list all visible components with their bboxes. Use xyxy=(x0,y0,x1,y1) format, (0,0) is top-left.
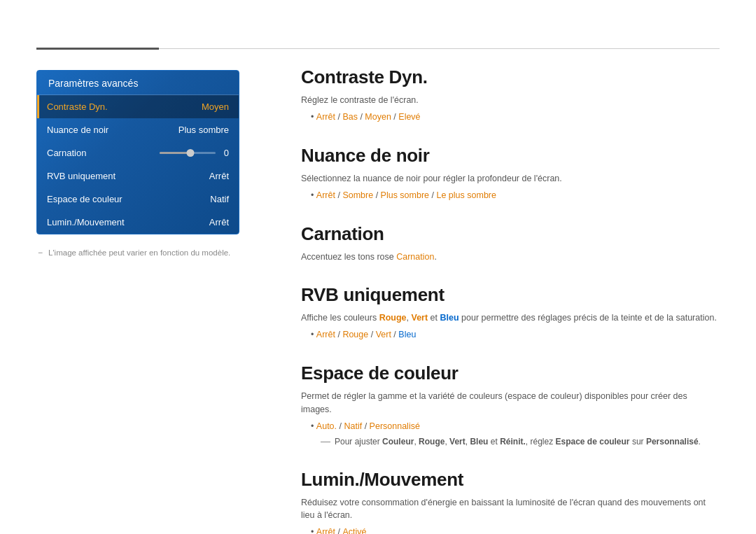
panel-carnation-label: Carnation xyxy=(47,148,86,158)
section-desc-lumin: Réduisez votre consommation d'énergie en… xyxy=(301,496,720,523)
subnote-bleu: Bleu xyxy=(470,437,488,447)
option-vert: Vert xyxy=(376,330,391,339)
option-plus-sombre: Plus sombre xyxy=(381,190,429,200)
section-title-carnation: Carnation xyxy=(301,223,720,245)
option-rouge: Rouge xyxy=(342,330,368,339)
carnation-slider-track[interactable] xyxy=(160,152,216,154)
panel-item-nuance[interactable]: Nuance de noir Plus sombre xyxy=(37,118,239,141)
section-desc-carnation: Accentuez les tons rose Carnation. xyxy=(301,251,720,264)
panel-note: − L'image affichée peut varier en foncti… xyxy=(36,247,239,258)
section-desc-contraste: Réglez le contraste de l'écran. xyxy=(301,94,720,107)
sub-note-dash-icon: — xyxy=(321,435,330,447)
right-content: Contraste Dyn. Réglez le contraste de l'… xyxy=(301,66,720,534)
section-title-rvb: RVB uniquement xyxy=(301,284,720,306)
panel-item-lumin[interactable]: Lumin./Mouvement Arrêt xyxy=(37,211,239,234)
section-contraste: Contraste Dyn. Réglez le contraste de l'… xyxy=(301,66,720,124)
section-desc-espace: Permet de régler la gamme et la variété … xyxy=(301,390,720,416)
subnote-vert: Vert xyxy=(449,437,465,447)
rvb-vert-label: Vert xyxy=(411,313,428,323)
panel-box: Paramètres avancés Contraste Dyn. Moyen … xyxy=(36,70,239,234)
section-desc-rvb: Affiche les couleurs Rouge, Vert et Bleu… xyxy=(301,311,720,325)
note-text: L'image affichée peut varier en fonction… xyxy=(48,247,230,258)
panel-item-value-espace: Natif xyxy=(210,194,229,204)
section-nuance: Nuance de noir Sélectionnez la nuance de… xyxy=(301,145,720,202)
option-eleve: Elevé xyxy=(398,112,420,122)
option-bleu: Bleu xyxy=(398,330,416,339)
top-divider xyxy=(36,48,720,50)
section-title-contraste: Contraste Dyn. xyxy=(301,66,720,88)
section-options-rvb: Arrêt / Rouge / Vert / Bleu xyxy=(311,328,720,342)
panel-item-contraste[interactable]: Contraste Dyn. Moyen xyxy=(37,95,239,118)
section-lumin: Lumin./Mouvement Réduisez votre consomma… xyxy=(301,469,720,535)
option-le-plus-sombre: Le plus sombre xyxy=(436,190,496,200)
panel-item-label-contraste: Contraste Dyn. xyxy=(47,101,108,112)
rvb-bleu-label: Bleu xyxy=(440,313,459,323)
option-arret-lumin: Arrêt xyxy=(316,527,335,534)
carnation-value: 0 xyxy=(224,148,229,158)
option-arret-nuance: Arrêt xyxy=(316,190,335,200)
option-auto: Auto. xyxy=(316,421,337,431)
subnote-espace-label: Espace de couleur xyxy=(556,437,630,447)
option-sombre: Sombre xyxy=(342,190,373,200)
subnote-perso-label: Personnalisé xyxy=(646,437,699,447)
panel-title: Paramètres avancés xyxy=(37,71,239,95)
panel-item-value-contraste: Moyen xyxy=(202,101,229,112)
panel-item-label-lumin: Lumin./Mouvement xyxy=(47,217,125,227)
panel-item-value-nuance: Plus sombre xyxy=(178,125,229,135)
subnote-couleur: Couleur xyxy=(382,437,414,447)
section-title-espace: Espace de couleur xyxy=(301,363,720,384)
option-active: Activé xyxy=(342,527,366,534)
divider-light xyxy=(159,48,720,49)
option-arret-contraste: Arrêt xyxy=(316,112,335,122)
option-moyen: Moyen xyxy=(365,112,391,122)
section-espace: Espace de couleur Permet de régler la ga… xyxy=(301,363,720,448)
section-title-lumin: Lumin./Mouvement xyxy=(301,469,720,491)
option-natif: Natif xyxy=(344,421,362,431)
section-carnation: Carnation Accentuez les tons rose Carnat… xyxy=(301,223,720,264)
section-title-nuance: Nuance de noir xyxy=(301,145,720,167)
panel-item-rvb[interactable]: RVB uniquement Arrêt xyxy=(37,164,239,188)
panel-item-label-espace: Espace de couleur xyxy=(47,194,122,204)
panel-item-espace[interactable]: Espace de couleur Natif xyxy=(37,188,239,211)
panel-note-line: − L'image affichée peut varier en foncti… xyxy=(38,247,238,258)
carnation-slider-fill xyxy=(160,152,190,154)
section-rvb: RVB uniquement Affiche les couleurs Roug… xyxy=(301,284,720,342)
carnation-slider-thumb xyxy=(186,149,194,157)
panel-item-value-lumin: Arrêt xyxy=(209,217,229,227)
divider-dark xyxy=(36,48,159,50)
option-bas: Bas xyxy=(342,112,358,122)
option-perso: Personnalisé xyxy=(370,421,420,431)
panel-item-value-rvb: Arrêt xyxy=(209,171,229,181)
subnote-rouge: Rouge xyxy=(419,437,444,447)
rvb-rouge-label: Rouge xyxy=(379,313,407,323)
panel-item-label-rvb: RVB uniquement xyxy=(47,171,115,181)
section-options-nuance: Arrêt / Sombre / Plus sombre / Le plus s… xyxy=(311,188,720,202)
left-panel: Paramètres avancés Contraste Dyn. Moyen … xyxy=(36,70,239,258)
section-options-lumin: Arrêt / Activé xyxy=(311,525,720,534)
sub-note-espace: — Pour ajuster Couleur, Rouge, Vert, Ble… xyxy=(321,435,720,448)
subnote-reinit: Réinit. xyxy=(500,437,526,447)
carnation-slider-area: 0 xyxy=(160,148,229,158)
panel-item-carnation[interactable]: Carnation 0 xyxy=(37,141,239,164)
panel-item-label-nuance: Nuance de noir xyxy=(47,125,108,135)
carnation-link: Carnation xyxy=(396,252,434,262)
note-dash-icon: − xyxy=(38,248,43,258)
section-desc-nuance: Sélectionnez la nuance de noir pour régl… xyxy=(301,172,720,185)
section-options-contraste: Arrêt / Bas / Moyen / Elevé xyxy=(311,110,720,124)
section-options-espace: Auto. / Natif / Personnalisé xyxy=(311,419,720,433)
option-arret-rvb: Arrêt xyxy=(316,330,335,339)
sub-note-text-espace: Pour ajuster Couleur, Rouge, Vert, Bleu … xyxy=(335,435,701,448)
